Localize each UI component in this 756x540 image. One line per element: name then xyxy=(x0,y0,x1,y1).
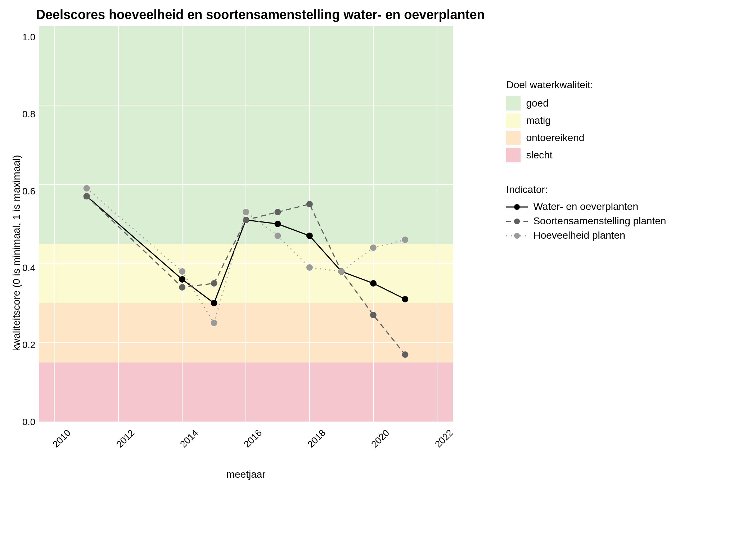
legend-indicator-section: Indicator: Water- en oeverplantenSoorten… xyxy=(506,184,666,241)
x-tick-label: 2016 xyxy=(242,427,264,450)
legend-quality-section: Doel waterkwaliteit: goedmatigontoereike… xyxy=(506,79,666,162)
data-point xyxy=(179,276,185,283)
legend-swatch xyxy=(506,113,521,128)
y-axis-label: kwaliteitscore (0 is minimaal, 1 is maxi… xyxy=(7,26,22,480)
legend-series-label: Hoeveelheid planten xyxy=(533,230,625,241)
legend-band-label: matig xyxy=(526,115,550,126)
y-axis: 1.00.80.60.40.20.0 xyxy=(22,26,39,422)
legend-swatch xyxy=(506,96,521,111)
data-point xyxy=(211,300,217,306)
x-tick-label: 2012 xyxy=(114,427,137,450)
legend-band-item: ontoereikend xyxy=(506,131,666,145)
legend-swatch xyxy=(506,148,521,162)
legend-band-label: slecht xyxy=(526,149,552,161)
legend-line-sample xyxy=(506,231,528,240)
data-point xyxy=(370,280,377,287)
legend-series-label: Water- en oeverplanten xyxy=(533,201,638,212)
x-axis-label: meetjaar xyxy=(39,469,453,480)
x-tick-label: 2018 xyxy=(305,427,328,450)
x-tick-label: 2014 xyxy=(178,427,201,450)
legend-quality-title: Doel waterkwaliteit: xyxy=(506,79,666,91)
svg-point-3 xyxy=(514,219,520,224)
legend-series-item: Soortensamenstelling planten xyxy=(506,215,666,227)
y-tick-label: 0.6 xyxy=(22,185,35,197)
legend-series-items: Water- en oeverplantenSoortensamenstelli… xyxy=(506,201,666,241)
plot-wrapper: kwaliteitscore (0 is minimaal, 1 is maxi… xyxy=(7,26,485,480)
legend-band-label: ontoereikend xyxy=(526,132,584,144)
chart-area: Deelscores hoeveelheid en soortensamenst… xyxy=(7,7,485,480)
data-point xyxy=(338,268,345,275)
legend-band-item: goed xyxy=(506,96,666,111)
data-point xyxy=(84,185,90,192)
data-point xyxy=(84,193,90,199)
y-tick-label: 0.4 xyxy=(22,262,35,274)
legend-band-items: goedmatigontoereikendslecht xyxy=(506,96,666,162)
y-tick-label: 0.0 xyxy=(22,416,35,427)
x-tick-label: 2020 xyxy=(369,427,392,450)
data-point xyxy=(370,244,377,251)
svg-point-1 xyxy=(514,204,520,210)
legend: Doel waterkwaliteit: goedmatigontoereike… xyxy=(506,79,666,263)
x-tick-label: 2010 xyxy=(50,427,73,450)
legend-band-item: slecht xyxy=(506,148,666,162)
data-point xyxy=(306,233,313,239)
legend-series-item: Water- en oeverplanten xyxy=(506,201,666,212)
chart-title: Deelscores hoeveelheid en soortensamenst… xyxy=(36,7,485,22)
data-point xyxy=(306,264,313,271)
data-point xyxy=(243,209,249,215)
y-tick-label: 0.8 xyxy=(22,108,35,120)
data-point xyxy=(275,233,281,239)
chart-container: Deelscores hoeveelheid en soortensamenst… xyxy=(7,7,749,480)
legend-swatch xyxy=(506,131,521,145)
legend-indicator-title: Indicator: xyxy=(506,184,666,195)
legend-band-item: matig xyxy=(506,113,666,128)
legend-band-label: goed xyxy=(526,98,548,109)
data-point xyxy=(306,201,313,207)
plot-area xyxy=(39,26,453,422)
x-axis: 2010201220142016201820202022 xyxy=(39,422,453,447)
legend-series-label: Soortensamenstelling planten xyxy=(533,215,666,227)
y-tick-label: 1.0 xyxy=(22,32,35,43)
data-point xyxy=(243,217,249,223)
legend-line-sample xyxy=(506,202,528,211)
x-tick-label: 2022 xyxy=(433,427,455,450)
data-point xyxy=(402,351,408,358)
data-point xyxy=(275,209,281,215)
y-tick-label: 0.2 xyxy=(22,339,35,351)
data-point xyxy=(402,237,408,243)
line-overlay xyxy=(39,26,453,422)
data-point xyxy=(275,221,281,227)
data-point xyxy=(370,312,377,318)
legend-series-item: Hoeveelheid planten xyxy=(506,230,666,241)
data-point xyxy=(211,280,217,287)
data-point xyxy=(211,320,217,326)
legend-line-sample xyxy=(506,217,528,225)
data-point xyxy=(402,296,408,302)
svg-point-5 xyxy=(514,233,520,239)
data-point xyxy=(179,284,185,291)
plot-column: 2010201220142016201820202022 meetjaar xyxy=(39,26,453,480)
data-point xyxy=(179,268,185,275)
series-line xyxy=(87,188,405,323)
